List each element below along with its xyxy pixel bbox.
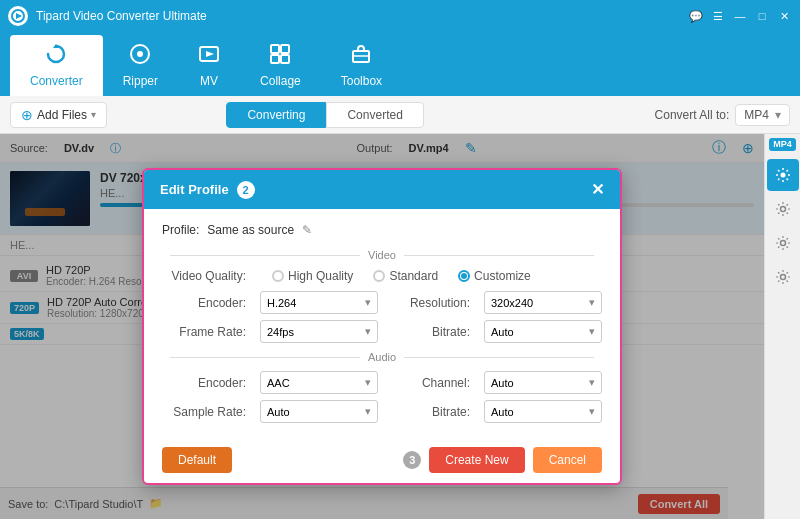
maximize-button[interactable]: □ bbox=[754, 8, 770, 24]
format-dropdown-icon: ▾ bbox=[775, 108, 781, 122]
nav-bar: Converter Ripper MV Collag bbox=[0, 32, 800, 96]
modal-step-badge: 2 bbox=[237, 181, 255, 199]
convert-all-section: Convert All to: MP4 ▾ bbox=[655, 104, 790, 126]
radio-circle-high bbox=[272, 270, 284, 282]
resolution-arrow-icon: ▾ bbox=[589, 296, 595, 309]
video-quality-label: Video Quality: bbox=[162, 269, 252, 283]
menu-icon[interactable]: ☰ bbox=[710, 8, 726, 24]
svg-rect-6 bbox=[271, 45, 279, 53]
svg-point-13 bbox=[780, 207, 785, 212]
radio-standard[interactable]: Standard bbox=[373, 269, 438, 283]
framerate-arrow-icon: ▾ bbox=[365, 325, 371, 338]
audio-bitrate-value: Auto bbox=[491, 406, 514, 418]
resolution-label: Resolution: bbox=[386, 296, 476, 310]
modal-header: Edit Profile 2 ✕ bbox=[144, 170, 620, 209]
profile-value: Same as source bbox=[207, 223, 294, 237]
add-files-button[interactable]: ⊕ Add Files ▾ bbox=[10, 102, 107, 128]
default-button[interactable]: Default bbox=[162, 447, 232, 473]
encoder-select[interactable]: H.264 ▾ bbox=[260, 291, 378, 314]
nav-toolbox[interactable]: Toolbox bbox=[321, 35, 402, 96]
add-files-label: Add Files bbox=[37, 108, 87, 122]
cancel-button[interactable]: Cancel bbox=[533, 447, 602, 473]
tab-converted[interactable]: Converted bbox=[326, 102, 423, 128]
tab-converting[interactable]: Converting bbox=[226, 102, 326, 128]
convert-all-format-value: MP4 bbox=[744, 108, 769, 122]
audio-section-divider: Audio bbox=[162, 351, 602, 363]
modal-footer: Default 3 Create New Cancel bbox=[144, 437, 620, 483]
nav-collage-label: Collage bbox=[260, 74, 301, 88]
radio-standard-label: Standard bbox=[389, 269, 438, 283]
sample-rate-label: Sample Rate: bbox=[162, 405, 252, 419]
framerate-select[interactable]: 24fps ▾ bbox=[260, 320, 378, 343]
svg-point-15 bbox=[780, 275, 785, 280]
convert-all-format-select[interactable]: MP4 ▾ bbox=[735, 104, 790, 126]
collage-icon bbox=[269, 43, 291, 70]
radio-circle-customize bbox=[458, 270, 470, 282]
nav-ripper-label: Ripper bbox=[123, 74, 158, 88]
app-logo bbox=[8, 6, 28, 26]
nav-converter-label: Converter bbox=[30, 74, 83, 88]
window-controls: 💬 ☰ — □ ✕ bbox=[688, 8, 792, 24]
video-section-divider: Video bbox=[162, 249, 602, 261]
edit-profile-modal: Edit Profile 2 ✕ Profile: Same as source… bbox=[142, 168, 622, 485]
nav-collage[interactable]: Collage bbox=[240, 35, 321, 96]
svg-rect-7 bbox=[281, 45, 289, 53]
modal-close-button[interactable]: ✕ bbox=[591, 180, 604, 199]
converter-icon bbox=[45, 43, 67, 70]
svg-rect-9 bbox=[281, 55, 289, 63]
audio-encoder-value: AAC bbox=[267, 377, 290, 389]
video-bitrate-value: Auto bbox=[491, 326, 514, 338]
svg-point-14 bbox=[780, 241, 785, 246]
sample-rate-select[interactable]: Auto ▾ bbox=[260, 400, 378, 423]
radio-high-quality[interactable]: High Quality bbox=[272, 269, 353, 283]
nav-converter[interactable]: Converter bbox=[10, 35, 103, 96]
profile-label: Profile: bbox=[162, 223, 199, 237]
audio-bitrate-select[interactable]: Auto ▾ bbox=[484, 400, 602, 423]
svg-point-12 bbox=[780, 173, 785, 178]
radio-circle-standard bbox=[373, 270, 385, 282]
encoder-value: H.264 bbox=[267, 297, 296, 309]
quality-radio-group: Video Quality: High Quality Standard Cus… bbox=[162, 269, 602, 283]
modal-overlay: Edit Profile 2 ✕ Profile: Same as source… bbox=[0, 134, 764, 519]
settings-btn-2[interactable] bbox=[767, 193, 799, 225]
tab-group: Converting Converted bbox=[226, 102, 423, 128]
svg-rect-8 bbox=[271, 55, 279, 63]
settings-btn-4[interactable] bbox=[767, 261, 799, 293]
modal-body: Profile: Same as source ✎ Video Video Qu… bbox=[144, 209, 620, 437]
svg-marker-1 bbox=[16, 13, 22, 19]
audio-encoder-arrow-icon: ▾ bbox=[365, 376, 371, 389]
audio-fields-grid: Encoder: AAC ▾ Channel: Auto ▾ Sample Ra… bbox=[162, 371, 602, 423]
video-bitrate-arrow-icon: ▾ bbox=[589, 325, 595, 338]
convert-all-label: Convert All to: bbox=[655, 108, 730, 122]
chat-icon[interactable]: 💬 bbox=[688, 8, 704, 24]
video-bitrate-select[interactable]: Auto ▾ bbox=[484, 320, 602, 343]
svg-point-4 bbox=[137, 51, 143, 57]
profile-row: Profile: Same as source ✎ bbox=[162, 223, 602, 237]
audio-encoder-select[interactable]: AAC ▾ bbox=[260, 371, 378, 394]
encoder-label: Encoder: bbox=[162, 296, 252, 310]
nav-mv[interactable]: MV bbox=[178, 35, 240, 96]
nav-ripper[interactable]: Ripper bbox=[103, 35, 178, 96]
profile-edit-icon[interactable]: ✎ bbox=[302, 223, 312, 237]
channel-value: Auto bbox=[491, 377, 514, 389]
app-title: Tipard Video Converter Ultimate bbox=[36, 9, 688, 23]
channel-select[interactable]: Auto ▾ bbox=[484, 371, 602, 394]
mp4-section: MP4 bbox=[769, 138, 796, 153]
video-section-label: Video bbox=[368, 249, 396, 261]
sample-rate-arrow-icon: ▾ bbox=[365, 405, 371, 418]
title-bar: Tipard Video Converter Ultimate 💬 ☰ — □ … bbox=[0, 0, 800, 32]
resolution-select[interactable]: 320x240 ▾ bbox=[484, 291, 602, 314]
settings-btn-3[interactable] bbox=[767, 227, 799, 259]
settings-btn-1[interactable] bbox=[767, 159, 799, 191]
nav-toolbox-label: Toolbox bbox=[341, 74, 382, 88]
nav-mv-label: MV bbox=[200, 74, 218, 88]
create-new-button[interactable]: Create New bbox=[429, 447, 524, 473]
framerate-label: Frame Rate: bbox=[162, 325, 252, 339]
audio-bitrate-label: Bitrate: bbox=[386, 405, 476, 419]
close-button[interactable]: ✕ bbox=[776, 8, 792, 24]
toolbar: ⊕ Add Files ▾ Converting Converted Conve… bbox=[0, 96, 800, 134]
minimize-button[interactable]: — bbox=[732, 8, 748, 24]
audio-section-label: Audio bbox=[368, 351, 396, 363]
plus-icon: ⊕ bbox=[21, 107, 33, 123]
radio-customize[interactable]: Customize bbox=[458, 269, 531, 283]
